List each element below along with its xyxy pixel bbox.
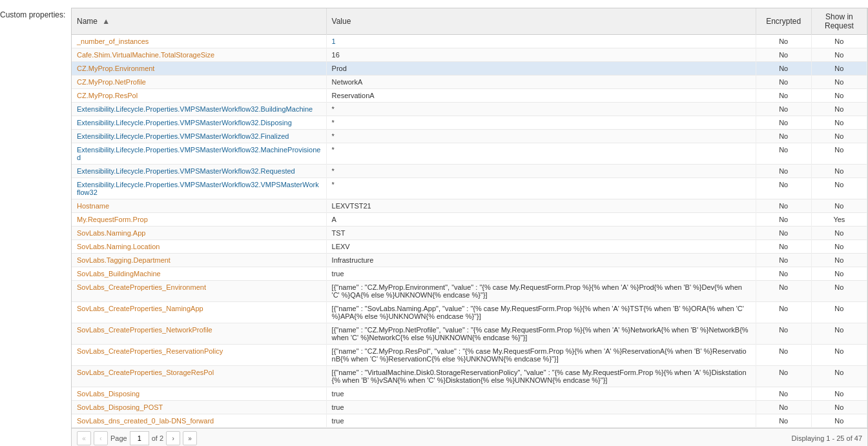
- cell-value: 1: [326, 35, 756, 48]
- cell-encrypted: No: [756, 302, 811, 323]
- cell-encrypted: No: [756, 48, 811, 62]
- cell-show-in-request: No: [811, 414, 867, 428]
- table-row: SovLabs.Tagging.DepartmentInfrastructure…: [72, 254, 867, 267]
- cell-value: [{"name" : "CZ.MyProp.ResPol", "value" :…: [326, 345, 756, 366]
- cell-value: true: [326, 387, 756, 401]
- property-name-link[interactable]: SovLabs_CreateProperties_NamingApp: [77, 305, 203, 312]
- cell-name: Extensibility.Lifecycle.Properties.VMPSM…: [72, 143, 326, 165]
- section-label: Custom properties:: [0, 8, 71, 19]
- cell-encrypted: No: [756, 345, 811, 366]
- property-name-link[interactable]: SovLabs_Disposing: [77, 390, 140, 398]
- table-row: SovLabs_DisposingtrueNoNo: [72, 387, 867, 401]
- table-row: SovLabs_Disposing_POSTtrueNoNo: [72, 401, 867, 414]
- property-name-link[interactable]: Extensibility.Lifecycle.Properties.VMPSM…: [77, 119, 292, 127]
- table-row: Extensibility.Lifecycle.Properties.VMPSM…: [72, 178, 867, 199]
- property-name-link[interactable]: Hostname: [77, 202, 109, 210]
- cell-encrypted: No: [756, 281, 811, 302]
- property-name-link[interactable]: SovLabs_CreateProperties_Environment: [77, 283, 206, 291]
- table-row: Extensibility.Lifecycle.Properties.VMPSM…: [72, 103, 867, 116]
- cell-name: SovLabs_BuildingMachine: [72, 267, 326, 281]
- property-name-link[interactable]: SovLabs.Naming.App: [77, 229, 145, 237]
- table-row: Extensibility.Lifecycle.Properties.VMPSM…: [72, 143, 867, 165]
- cell-name: SovLabs.Tagging.Department: [72, 254, 326, 267]
- table-row: SovLabs.Naming.AppTSTNoNo: [72, 227, 867, 240]
- last-page-button[interactable]: »: [183, 431, 197, 445]
- cell-encrypted: No: [756, 267, 811, 281]
- cell-value: [{"name" : "VirtualMachine.Disk0.Storage…: [326, 366, 756, 387]
- property-name-link[interactable]: CZ.MyProp.ResPol: [77, 92, 138, 99]
- table-row: SovLabs_CreateProperties_Environment[{"n…: [72, 281, 867, 302]
- table-row: SovLabs_CreateProperties_NamingApp[{"nam…: [72, 302, 867, 323]
- property-name-link[interactable]: SovLabs_CreateProperties_ReservationPoli…: [77, 347, 223, 355]
- cell-show-in-request: No: [811, 387, 867, 401]
- page-number-input[interactable]: [130, 431, 149, 445]
- table-row: My.RequestForm.PropANoYes: [72, 213, 867, 227]
- cell-show-in-request: No: [811, 116, 867, 130]
- next-page-button[interactable]: ›: [166, 431, 180, 445]
- property-name-link[interactable]: SovLabs_Disposing_POST: [77, 403, 163, 411]
- column-header-value: Value: [326, 8, 756, 35]
- cell-value: [{"name" : "CZ.MyProp.Environment", "val…: [326, 281, 756, 302]
- cell-value: true: [326, 401, 756, 414]
- custom-properties-table-container: Name ▲ Value Encrypted Show in Request: [71, 8, 868, 446]
- displaying-count: Displaying 1 - 25 of 47: [792, 434, 862, 442]
- property-name-link[interactable]: My.RequestForm.Prop: [77, 216, 148, 223]
- cell-value: *: [326, 178, 756, 199]
- cell-name: SovLabs_CreateProperties_NamingApp: [72, 302, 326, 323]
- property-name-link[interactable]: SovLabs.Tagging.Department: [77, 256, 170, 264]
- property-name-link[interactable]: Extensibility.Lifecycle.Properties.VMPSM…: [77, 132, 289, 140]
- cell-show-in-request: No: [811, 366, 867, 387]
- cell-encrypted: No: [756, 143, 811, 165]
- cell-encrypted: No: [756, 414, 811, 428]
- property-name-link[interactable]: SovLabs_CreateProperties_NetworkProfile: [77, 326, 212, 334]
- prev-page-button[interactable]: ‹: [94, 431, 108, 445]
- property-name-link[interactable]: CZ.MyProp.Environment: [77, 65, 154, 72]
- table-row: SovLabs.Naming.LocationLEXVNoNo: [72, 240, 867, 254]
- table-row: SovLabs_dns_created_0_lab-DNS_forwardtru…: [72, 414, 867, 428]
- cell-name: Hostname: [72, 199, 326, 213]
- cell-value: true: [326, 414, 756, 428]
- cell-encrypted: No: [756, 35, 811, 48]
- cell-show-in-request: No: [811, 35, 867, 48]
- cell-encrypted: No: [756, 401, 811, 414]
- cell-name: My.RequestForm.Prop: [72, 213, 326, 227]
- column-header-name[interactable]: Name ▲: [72, 8, 326, 35]
- cell-show-in-request: No: [811, 323, 867, 345]
- property-name-link[interactable]: _number_of_instances: [77, 37, 149, 45]
- cell-show-in-request: No: [811, 103, 867, 116]
- cell-encrypted: No: [756, 89, 811, 103]
- column-header-encrypted: Encrypted: [756, 8, 811, 35]
- cell-value: A: [326, 213, 756, 227]
- table-row: SovLabs_CreateProperties_NetworkProfile[…: [72, 323, 867, 345]
- property-name-link[interactable]: CZ.MyProp.NetProfile: [77, 78, 146, 86]
- cell-show-in-request: No: [811, 178, 867, 199]
- cell-name: _number_of_instances: [72, 35, 326, 48]
- property-name-link[interactable]: SovLabs_CreateProperties_StorageResPol: [77, 369, 214, 376]
- property-name-link[interactable]: SovLabs_dns_created_0_lab-DNS_forward: [77, 417, 214, 425]
- cell-show-in-request: Yes: [811, 213, 867, 227]
- first-page-button[interactable]: «: [77, 431, 91, 445]
- cell-name: CZ.MyProp.ResPol: [72, 89, 326, 103]
- cell-value: 16: [326, 48, 756, 62]
- cell-encrypted: No: [756, 62, 811, 76]
- table-row: SovLabs_BuildingMachinetrueNoNo: [72, 267, 867, 281]
- cell-show-in-request: No: [811, 302, 867, 323]
- property-name-link[interactable]: SovLabs.Naming.Location: [77, 243, 160, 250]
- custom-properties-table: Name ▲ Value Encrypted Show in Request: [72, 8, 867, 428]
- cell-value: Infrastructure: [326, 254, 756, 267]
- property-name-link[interactable]: Extensibility.Lifecycle.Properties.VMPSM…: [77, 167, 295, 175]
- cell-name: SovLabs_CreateProperties_NetworkProfile: [72, 323, 326, 345]
- cell-encrypted: No: [756, 178, 811, 199]
- cell-name: SovLabs_CreateProperties_ReservationPoli…: [72, 345, 326, 366]
- property-name-link[interactable]: Extensibility.Lifecycle.Properties.VMPSM…: [77, 105, 313, 113]
- property-name-link[interactable]: Extensibility.Lifecycle.Properties.VMPSM…: [77, 181, 319, 196]
- table-row: Extensibility.Lifecycle.Properties.VMPSM…: [72, 116, 867, 130]
- property-name-link[interactable]: SovLabs_BuildingMachine: [77, 270, 161, 278]
- cell-encrypted: No: [756, 116, 811, 130]
- table-row: SovLabs_CreateProperties_StorageResPol[{…: [72, 366, 867, 387]
- cell-encrypted: No: [756, 213, 811, 227]
- property-name-link[interactable]: Cafe.Shim.VirtualMachine.TotalStorageSiz…: [77, 51, 214, 59]
- cell-name: Extensibility.Lifecycle.Properties.VMPSM…: [72, 116, 326, 130]
- cell-show-in-request: No: [811, 143, 867, 165]
- property-name-link[interactable]: Extensibility.Lifecycle.Properties.VMPSM…: [77, 146, 320, 161]
